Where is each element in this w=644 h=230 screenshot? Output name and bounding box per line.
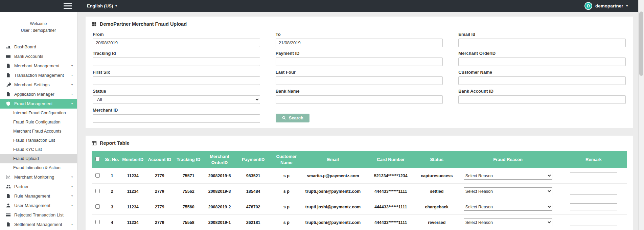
cell-member-id: 11234 (120, 215, 145, 230)
bank-name-label: Bank Name (276, 89, 443, 94)
cell-status: settled (418, 184, 456, 199)
sidebar-item-dashboard[interactable]: DashBoard (0, 42, 77, 52)
cell-tracking-id: 75571 (174, 168, 203, 184)
field-first-six: First Six (93, 70, 260, 85)
cell-customer-name: s p (270, 184, 302, 199)
fraud-reason-select[interactable]: Select Reason (464, 187, 552, 195)
customer-name-label: Customer Name (458, 70, 626, 75)
fraud-reason-select[interactable]: Select Reason (464, 172, 552, 180)
sidebar-subitem-fraud-rule-configuration[interactable]: Fraud Rule Configuration (0, 118, 77, 127)
search-button-wrap: Search (276, 108, 443, 123)
payment-id-label: Payment ID (276, 51, 443, 56)
to-input[interactable] (276, 39, 443, 47)
table-row: 3 11234 2779 75560 20082019-2 476702 s p… (92, 199, 627, 215)
table-icon (92, 141, 97, 146)
row-checkbox[interactable] (95, 189, 100, 193)
sidebar-item-partner[interactable]: Partner ▾ (0, 182, 77, 191)
sidebar-item-merchant-management[interactable]: Merchant Management ▾ (0, 61, 77, 71)
scrollbar-thumb[interactable] (639, 12, 643, 76)
row-checkbox[interactable] (95, 173, 100, 178)
shield-icon (6, 101, 11, 106)
to-label: To (276, 32, 443, 37)
cell-tracking-id: 75558 (174, 215, 203, 230)
fraud-reason-select[interactable]: Select Reason (464, 218, 552, 226)
merchant-id-label: Merchant ID (93, 108, 260, 113)
cell-remark (560, 199, 627, 215)
sidebar-subitem-fraud-upload[interactable]: Fraud Upload (0, 154, 77, 163)
from-input[interactable] (93, 39, 260, 47)
search-button[interactable]: Search (276, 114, 309, 122)
cell-fraud-reason: Select Reason (456, 184, 560, 199)
sidebar-subitem-fraud-intimation-action[interactable]: Fraud Intimation & Action (0, 163, 77, 172)
sidebar-subitem-label: Fraud KYC List (13, 147, 42, 152)
sidebar-item-merchant-monitoring[interactable]: Merchant Monitoring ▾ (0, 172, 77, 182)
sidebar-item-user-management[interactable]: User Management ▾ (0, 201, 77, 210)
user-menu[interactable]: D demopartner ▾ (584, 2, 628, 10)
bank-name-input[interactable] (276, 95, 443, 104)
page-title: DemoPartner Merchant Fraud Upload (100, 21, 187, 27)
cell-account-id: 2779 (145, 184, 174, 199)
sidebar-subitem-fraud-kyc-list[interactable]: Fraud KYC List (0, 145, 77, 154)
field-payment-id: Payment ID (276, 51, 443, 66)
sidebar-subitem-fraud-transaction-list[interactable]: Fraud Transaction List (0, 136, 77, 145)
cell-merchant-orderid: 20082019-5 (203, 168, 236, 184)
users-icon (6, 184, 11, 189)
sidebar-item-application-manager[interactable]: Application Manager ▾ (0, 90, 77, 99)
customer-name-input[interactable] (458, 76, 626, 85)
cell-account-id: 2779 (145, 168, 174, 184)
merchant-id-input[interactable] (93, 114, 260, 123)
sidebar-item-label: User Management (14, 203, 50, 208)
fraud-reason-select[interactable]: Select Reason (464, 203, 552, 211)
select-all-checkbox[interactable] (95, 157, 100, 161)
welcome-line1: Welcome (4, 21, 73, 27)
cell-paymentid: 476702 (236, 199, 270, 215)
first-six-input[interactable] (93, 76, 260, 85)
sidebar-subitem-label: Fraud Rule Configuration (13, 120, 61, 124)
sidebar-item-fraud-management[interactable]: Fraud Management ▾ (0, 99, 77, 109)
remark-input[interactable] (570, 172, 617, 179)
last-four-input[interactable] (276, 76, 443, 85)
cell-remark (560, 184, 627, 199)
row-checkbox[interactable] (95, 204, 100, 209)
language-selector[interactable]: English (US) ▾ (87, 3, 117, 8)
menu-toggle-button[interactable] (64, 3, 72, 9)
remark-input[interactable] (570, 203, 617, 210)
filter-form: From To Email Id Tracking Id Payment ID … (92, 32, 627, 123)
scrollbar-track (638, 0, 644, 230)
row-checkbox[interactable] (95, 220, 100, 224)
chevron-down-icon: ▾ (626, 4, 628, 7)
payment-id-input[interactable] (276, 58, 443, 66)
status-select[interactable]: All (93, 95, 260, 104)
field-tracking-id: Tracking Id (93, 51, 260, 66)
cell-paymentid: 262181 (236, 215, 270, 230)
sidebar-item-merchant-settings[interactable]: Merchant Settings ▾ (0, 80, 77, 90)
bank-account-id-input[interactable] (458, 95, 626, 104)
sidebar-item-settlement-management[interactable]: Settlement Management ▾ (0, 220, 77, 229)
from-label: From (93, 32, 260, 37)
sidebar-item-rule-management[interactable]: Rule Management ▾ (0, 191, 77, 201)
table-row: 1 11234 2779 75571 20082019-5 983521 s p… (92, 168, 627, 184)
report-title: Report Table (100, 140, 130, 146)
grid-icon (92, 22, 97, 27)
chart-icon (6, 44, 11, 49)
table-header-account-id: Account ID (145, 151, 174, 168)
chevron-down-icon: ▾ (71, 223, 73, 226)
email-id-input[interactable] (458, 39, 626, 47)
cell-fraud-reason: Select Reason (456, 215, 560, 230)
sidebar-item-bank-accounts[interactable]: Bank Accounts (0, 52, 77, 61)
sidebar-subitem-internal-fraud-configuration[interactable]: Internal Fraud Configuration (0, 109, 77, 118)
remark-input[interactable] (570, 219, 617, 226)
status-label: Status (93, 89, 260, 94)
chevron-down-icon: ▾ (71, 194, 73, 198)
sidebar-item-rejected-transaction-list[interactable]: Rejected Transaction List (0, 210, 77, 220)
panel-title-report-table: Report Table (92, 140, 627, 146)
cell-paymentid: 983521 (236, 168, 270, 184)
merchant-orderid-input[interactable] (458, 58, 626, 66)
cell-sr-no: 3 (104, 199, 121, 215)
tracking-id-input[interactable] (93, 58, 260, 66)
report-panel: Report Table Sr. No. MemberID Account ID… (86, 136, 633, 230)
sidebar-item-transaction-management[interactable]: Transaction Management ▾ (0, 71, 77, 80)
remark-input[interactable] (570, 188, 617, 195)
fraud-upload-panel: DemoPartner Merchant Fraud Upload From T… (86, 17, 633, 128)
sidebar-subitem-merchant-fraud-accounts[interactable]: Merchant Fraud Accounts (0, 127, 77, 136)
